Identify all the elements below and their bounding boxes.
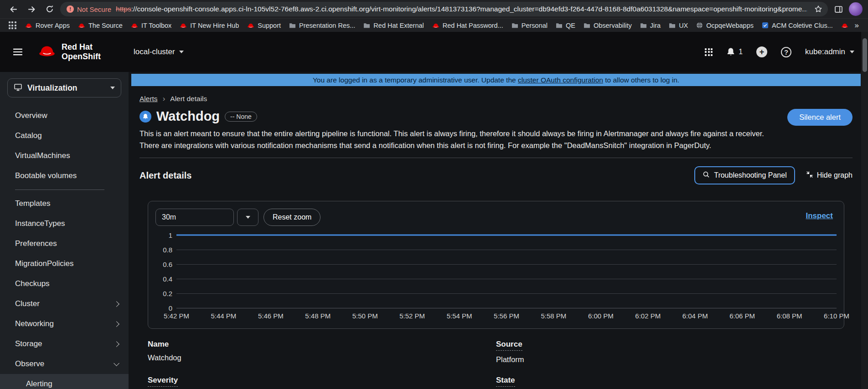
not-secure-badge[interactable]: ! Not Secure (67, 5, 111, 13)
sidebar-item-virtualmachines[interactable]: VirtualMachines (0, 146, 129, 166)
hamburger-menu-icon[interactable] (10, 44, 26, 60)
chart-x-tick-label: 6:06 PM (729, 312, 755, 320)
chart: 00.20.40.60.81 (155, 235, 837, 308)
chart-gridline (176, 279, 837, 279)
redhat-favicon-icon (180, 23, 187, 28)
redhat-favicon-icon (78, 23, 85, 28)
sidebar-item-catalog[interactable]: Catalog (0, 126, 129, 146)
chart-y-tick-label: 0.6 (163, 261, 172, 268)
bookmark-item[interactable]: ACM Coletive Clus... (758, 20, 837, 31)
chart-gridline (176, 264, 837, 265)
sidebar-item-bootable-volumes[interactable]: Bootable volumes (0, 166, 129, 186)
reload-icon[interactable] (42, 1, 57, 17)
chart-x-tick-label: 5:48 PM (305, 312, 331, 320)
back-icon[interactable] (5, 1, 21, 17)
side-panel-icon[interactable] (831, 1, 846, 17)
bookmark-item[interactable]: Support (243, 20, 285, 31)
bookmark-item[interactable]: Red Hat Password... (428, 20, 507, 31)
chevron-down-icon (850, 51, 854, 53)
help-icon[interactable]: ? (781, 47, 791, 57)
bookmark-item[interactable]: Applications | Konf... (837, 20, 849, 31)
bookmark-label: IT New Hire Hub (190, 22, 239, 29)
bookmark-item[interactable]: Jira (636, 20, 665, 31)
bookmark-item[interactable]: IT Toolbox (127, 20, 176, 31)
notifications-bell-icon[interactable]: 1 (726, 47, 743, 56)
bookmark-label: Personal (522, 22, 548, 29)
duration-input[interactable]: 30m (155, 209, 234, 226)
scrollbar-thumb[interactable] (863, 38, 867, 72)
bookmark-item[interactable]: UX (665, 20, 692, 31)
url-bar[interactable]: ! Not Secure https://console-openshift-c… (60, 2, 828, 16)
chart-plot (176, 235, 837, 308)
bookmarks-bar: Rover AppsThe SourceIT ToolboxIT New Hir… (0, 18, 868, 32)
bookmark-item[interactable]: Observability (579, 20, 636, 31)
sidebar-item-cluster[interactable]: Cluster (0, 294, 129, 314)
bookmark-label: QE (566, 22, 575, 29)
silence-alert-button[interactable]: Silence alert (787, 109, 852, 126)
reset-zoom-button[interactable]: Reset zoom (264, 209, 320, 226)
sidebar-item-label: Networking (15, 319, 114, 328)
troubleshooting-panel-button[interactable]: Troubleshooting Panel (694, 166, 795, 184)
breadcrumb: Alerts › Alert details (140, 94, 852, 103)
name-label: Name (148, 340, 169, 349)
bookmarks-overflow-chevron[interactable]: » (852, 21, 862, 30)
severity-label[interactable]: Severity (148, 376, 178, 387)
duration-dropdown-toggle[interactable] (237, 209, 258, 226)
logo-line-1: Red Hat (62, 42, 101, 52)
bookmark-item[interactable]: Personal (507, 20, 552, 31)
scrollbar[interactable] (861, 32, 868, 389)
bookmark-item[interactable]: The Source (74, 20, 127, 31)
bookmark-item[interactable]: OcpqeWebapps (692, 20, 758, 31)
perspective-switcher[interactable]: Virtualization (7, 78, 121, 97)
profile-avatar[interactable] (849, 2, 863, 16)
bookmark-item[interactable]: Presentation Res... (285, 20, 359, 31)
banner-text-before: You are logged in as a temporary adminis… (313, 76, 518, 84)
chart-card: 30m Reset zoom Inspect 00.20.40.60.81 5:… (148, 201, 844, 329)
sidebar-item-networking[interactable]: Networking (0, 314, 129, 334)
url-scheme: https (116, 5, 131, 13)
hide-graph-button[interactable]: Hide graph (806, 171, 852, 180)
apps-grid-icon[interactable] (6, 20, 18, 31)
bookmark-item[interactable]: Rover Apps (21, 20, 74, 31)
sidebar-item-storage[interactable]: Storage (0, 334, 129, 354)
app-launcher-icon[interactable] (705, 48, 713, 56)
sidebar-item-templates[interactable]: Templates (0, 194, 129, 214)
banner-text-after: to allow others to log in. (603, 76, 679, 84)
bookmark-item[interactable]: Red Hat External (359, 20, 428, 31)
sidebar-item-instancetypes[interactable]: InstanceTypes (0, 214, 129, 234)
page-title: Watchdog (156, 109, 220, 124)
sidebar-item-label: InstanceTypes (15, 219, 119, 228)
sidebar-item-overview[interactable]: Overview (0, 106, 129, 126)
not-secure-icon: ! (67, 5, 74, 13)
chart-x-tick-label: 5:44 PM (211, 312, 236, 320)
notification-count: 1 (739, 48, 743, 56)
quick-create-icon[interactable]: + (756, 46, 767, 57)
sidebar-item-checkups[interactable]: Checkups (0, 274, 129, 294)
breadcrumb-alerts-link[interactable]: Alerts (140, 95, 158, 103)
user-menu[interactable]: kube:admin (805, 47, 854, 56)
inspect-link[interactable]: Inspect (806, 211, 833, 220)
bookmark-label: Observability (594, 22, 632, 29)
sidebar-item-preferences[interactable]: Preferences (0, 234, 129, 254)
chevron-down-icon (179, 51, 184, 53)
oauth-config-link[interactable]: cluster OAuth configuration (518, 76, 603, 84)
cluster-selector[interactable]: local-cluster (134, 47, 184, 56)
source-value: Platform (496, 355, 844, 364)
folder-favicon-icon (556, 22, 563, 28)
folder-favicon-icon (669, 22, 676, 28)
state-label[interactable]: State (496, 376, 515, 387)
chevron-down-icon (114, 360, 119, 366)
bookmark-item[interactable]: IT New Hire Hub (176, 20, 243, 31)
source-label[interactable]: Source (496, 340, 522, 351)
sidebar-item-alerting[interactable]: Alerting (0, 374, 129, 389)
folder-favicon-icon (289, 22, 296, 28)
bookmark-star-icon[interactable] (811, 2, 825, 16)
bookmark-item[interactable]: QE (552, 20, 579, 31)
sidebar-item-migrationpolicies[interactable]: MigrationPolicies (0, 254, 129, 274)
sidebar-item-observe[interactable]: Observe (0, 354, 129, 374)
bookmark-label: Support (258, 22, 281, 29)
virtualization-icon (14, 83, 22, 93)
forward-icon[interactable] (24, 1, 39, 17)
chart-series-line (176, 235, 837, 236)
hide-graph-label: Hide graph (817, 171, 852, 179)
